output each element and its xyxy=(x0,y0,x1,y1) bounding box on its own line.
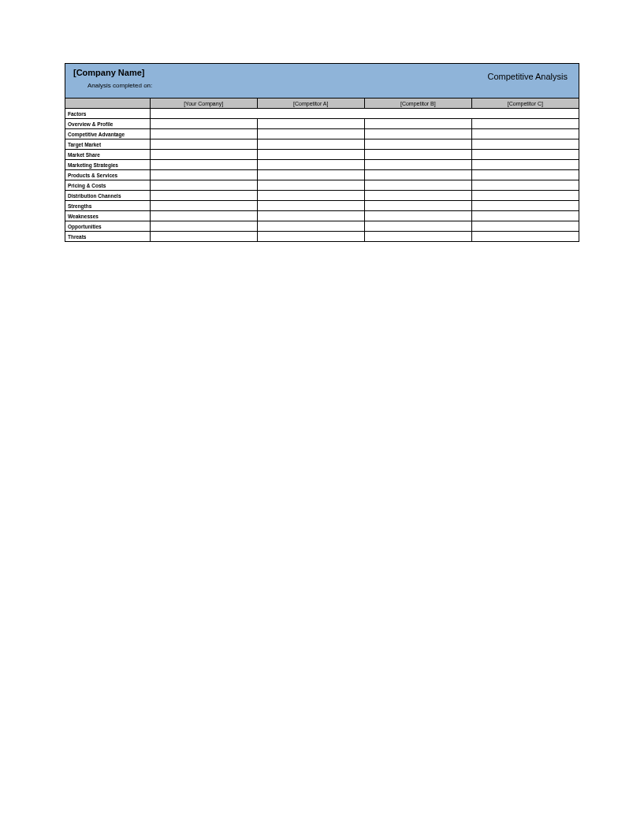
data-cell[interactable] xyxy=(471,119,579,129)
data-cell[interactable] xyxy=(150,170,257,180)
data-cell[interactable] xyxy=(471,221,579,232)
data-cell[interactable] xyxy=(257,191,364,201)
data-cell[interactable] xyxy=(364,160,471,170)
table-row: Products & Services xyxy=(65,170,579,180)
factors-row: Factors xyxy=(65,109,579,119)
factors-span xyxy=(150,109,579,119)
data-cell[interactable] xyxy=(364,129,471,139)
col-header-competitor-c: [Competitor C] xyxy=(471,99,579,109)
data-cell[interactable] xyxy=(257,180,364,191)
data-cell[interactable] xyxy=(364,191,471,201)
table-row: Strengths xyxy=(65,201,579,211)
data-cell[interactable] xyxy=(471,191,579,201)
row-label: Market Share xyxy=(65,150,151,160)
data-cell[interactable] xyxy=(364,201,471,211)
data-cell[interactable] xyxy=(257,211,364,221)
col-header-competitor-a: [Competitor A] xyxy=(257,99,364,109)
analysis-table: [Your Company] [Competitor A] [Competito… xyxy=(65,98,579,242)
data-cell[interactable] xyxy=(150,201,257,211)
col-header-competitor-b: [Competitor B] xyxy=(364,99,471,109)
table-row: Distribution Channels xyxy=(65,191,579,201)
data-cell[interactable] xyxy=(471,201,579,211)
data-cell[interactable] xyxy=(471,139,579,150)
document-title: Competitive Analysis xyxy=(488,72,568,81)
table-row: Overview & Profile xyxy=(65,119,579,129)
document-container: [Company Name] Analysis completed on: Co… xyxy=(65,63,579,242)
data-cell[interactable] xyxy=(257,160,364,170)
data-cell[interactable] xyxy=(471,170,579,180)
data-cell[interactable] xyxy=(364,180,471,191)
data-cell[interactable] xyxy=(150,160,257,170)
data-cell[interactable] xyxy=(150,232,257,242)
data-cell[interactable] xyxy=(150,150,257,160)
data-cell[interactable] xyxy=(150,191,257,201)
col-header-your-company: [Your Company] xyxy=(150,99,257,109)
table-row: Weaknesses xyxy=(65,211,579,221)
data-cell[interactable] xyxy=(471,160,579,170)
row-label: Target Market xyxy=(65,139,151,150)
data-cell[interactable] xyxy=(150,129,257,139)
data-cell[interactable] xyxy=(471,232,579,242)
data-cell[interactable] xyxy=(364,119,471,129)
analysis-date-label: Analysis completed on: xyxy=(87,82,571,89)
row-label: Distribution Channels xyxy=(65,191,151,201)
table-row: Target Market xyxy=(65,139,579,150)
table-row: Threats xyxy=(65,232,579,242)
factors-label: Factors xyxy=(65,109,151,119)
table-row: Pricing & Costs xyxy=(65,180,579,191)
data-cell[interactable] xyxy=(364,221,471,232)
data-cell[interactable] xyxy=(257,150,364,160)
data-cell[interactable] xyxy=(150,180,257,191)
data-cell[interactable] xyxy=(150,221,257,232)
data-cell[interactable] xyxy=(150,119,257,129)
row-label: Opportunities xyxy=(65,221,151,232)
data-cell[interactable] xyxy=(364,170,471,180)
data-cell[interactable] xyxy=(257,232,364,242)
data-cell[interactable] xyxy=(471,150,579,160)
row-label: Threats xyxy=(65,232,151,242)
data-cell[interactable] xyxy=(257,139,364,150)
data-cell[interactable] xyxy=(364,150,471,160)
table-row: Market Share xyxy=(65,150,579,160)
data-cell[interactable] xyxy=(150,139,257,150)
data-cell[interactable] xyxy=(364,139,471,150)
row-label: Pricing & Costs xyxy=(65,180,151,191)
data-cell[interactable] xyxy=(364,211,471,221)
data-cell[interactable] xyxy=(257,119,364,129)
row-label: Overview & Profile xyxy=(65,119,151,129)
data-cell[interactable] xyxy=(257,129,364,139)
table-body: Factors Overview & ProfileCompetitive Ad… xyxy=(65,109,579,242)
table-header-row: [Your Company] [Competitor A] [Competito… xyxy=(65,99,579,109)
data-cell[interactable] xyxy=(257,201,364,211)
data-cell[interactable] xyxy=(471,211,579,221)
data-cell[interactable] xyxy=(471,180,579,191)
row-label: Competitive Advantage xyxy=(65,129,151,139)
table-row: Opportunities xyxy=(65,221,579,232)
data-cell[interactable] xyxy=(471,129,579,139)
table-row: Marketing Strategies xyxy=(65,160,579,170)
data-cell[interactable] xyxy=(364,232,471,242)
data-cell[interactable] xyxy=(257,221,364,232)
table-row: Competitive Advantage xyxy=(65,129,579,139)
row-label: Products & Services xyxy=(65,170,151,180)
row-label: Marketing Strategies xyxy=(65,160,151,170)
data-cell[interactable] xyxy=(257,170,364,180)
data-cell[interactable] xyxy=(150,211,257,221)
row-label: Strengths xyxy=(65,201,151,211)
header-banner: [Company Name] Analysis completed on: Co… xyxy=(65,63,579,98)
row-label: Weaknesses xyxy=(65,211,151,221)
row-label-header xyxy=(65,99,151,109)
